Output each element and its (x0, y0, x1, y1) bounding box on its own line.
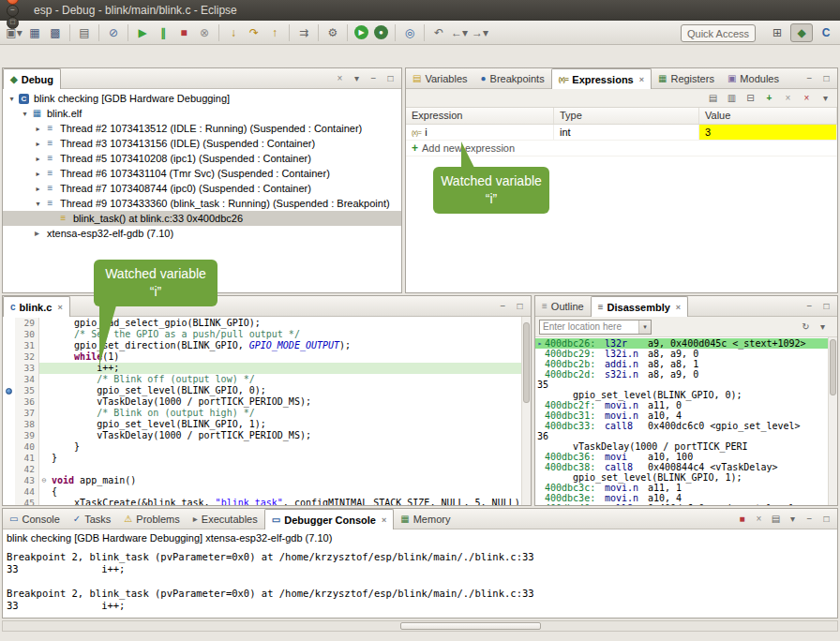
disassembly-row[interactable]: 36 (535, 431, 828, 441)
disassembly-listing[interactable]: ▸400dbc26:l32ra9, 0x400d045c <_stext+109… (535, 337, 828, 505)
cpp-perspective-button[interactable]: C (815, 23, 837, 42)
breakpoint-icon[interactable] (6, 388, 12, 395)
editor-line[interactable]: 33 i++; (3, 363, 521, 374)
chevron-down-icon[interactable]: ▾ (638, 320, 651, 334)
disconnect-button[interactable]: ⊗ (195, 23, 214, 42)
resume-button[interactable]: ▶ (133, 23, 152, 42)
editor-line[interactable]: 34 /* Blink off (output low) */ (3, 374, 521, 385)
maximize-icon[interactable]: □ (820, 74, 832, 83)
expression-row[interactable]: (x)=iint3 (406, 125, 837, 141)
tab-tasks[interactable]: ✓Tasks (67, 509, 118, 529)
location-combo[interactable]: Enter location here ▾ (539, 320, 652, 335)
disassembly-row[interactable]: 400dbc3e:movi.na10, 4 (535, 493, 828, 503)
disassembly-row[interactable]: ▸400dbc26:l32ra9, 0x400d045c <_stext+109… (535, 338, 828, 349)
tab-outline[interactable]: ≡Outline (535, 296, 591, 316)
maximize-icon[interactable]: □ (820, 514, 832, 524)
disassembly-row[interactable]: gpio_set_level(BLINK_GPIO, 0); (535, 390, 828, 400)
debug-tree-row[interactable]: ▸≡Thread #7 1073408744 (ipc0) (Suspended… (3, 181, 401, 196)
tab-executables[interactable]: ▸Executables (187, 509, 264, 529)
fold-collapse-icon[interactable]: ⊖ (39, 475, 49, 486)
tab-blink-c[interactable]: cblink.c× (3, 296, 70, 317)
debug-tree-row[interactable]: ≡blink_task() at blink.c:33 0x400dbc26 (3, 211, 401, 226)
editor-line[interactable]: 41} (3, 453, 521, 464)
disassembly-row[interactable]: gpio_set_level(BLINK_GPIO, 1); (535, 472, 828, 483)
skip-all-breakpoints-button[interactable]: ⊘ (104, 23, 123, 42)
disassembly-row[interactable]: 400dbc31:movi.na10, 4 (535, 410, 828, 421)
step-into-button[interactable]: ↓ (224, 23, 243, 42)
view-menu-icon[interactable]: ▾ (351, 74, 363, 83)
collapse-all-button[interactable]: ⊟ (744, 94, 757, 103)
disassembly-row[interactable]: 35 (535, 380, 828, 390)
step-over-button[interactable]: ↷ (245, 23, 263, 42)
tab-problems[interactable]: ⚠Problems (117, 509, 186, 529)
debug-perspective-button[interactable]: ◆ (790, 23, 813, 42)
debug-tree-row[interactable]: ▸≡Thread #2 1073413512 (IDLE : Running) … (3, 121, 401, 136)
view-menu-icon[interactable]: ▾ (817, 322, 829, 332)
maximize-icon[interactable]: □ (384, 74, 397, 83)
tab-registers[interactable]: ▦Registers (652, 68, 721, 88)
editor-line[interactable]: 39 vTaskDelay(1000 / portTICK_PERIOD_MS)… (3, 430, 521, 441)
open-perspective-button[interactable]: ⊞ (766, 23, 788, 42)
expander-closed-icon[interactable]: ▸ (33, 125, 43, 133)
editor-line[interactable]: 32 while(1) (3, 351, 521, 363)
instruction-stepping-button[interactable]: ⇉ (294, 23, 313, 42)
editor-line[interactable]: 43⊖void app_main() (3, 475, 521, 486)
clear-console-button[interactable]: ▤ (770, 514, 782, 524)
remove-all-terminated-button[interactable]: × (334, 74, 346, 83)
tab-variables[interactable]: ▤Variables (406, 68, 474, 88)
disassembly-row[interactable]: 400dbc36:movia10, 100 (535, 452, 828, 462)
save-all-button[interactable]: ▩ (46, 23, 65, 42)
last-edit-location-button[interactable]: ↶ (429, 23, 448, 42)
disassembly-scrollbar-thumb[interactable] (830, 339, 836, 395)
maximize-button[interactable]: □ (7, 17, 19, 29)
quick-access-button[interactable]: Quick Access (681, 24, 756, 42)
debug-button[interactable]: ● (374, 25, 388, 39)
debug-tree-row[interactable]: ▾▦blink.elf (3, 106, 401, 121)
terminate-button[interactable]: ■ (174, 23, 193, 42)
terminate-button[interactable]: ■ (736, 514, 748, 524)
console-output-area[interactable]: blink checking [GDB Hardware Debugging] … (3, 529, 837, 618)
editor-line[interactable]: 36 vTaskDelay(1000 / portTICK_PERIOD_MS)… (3, 396, 521, 408)
editor-line[interactable]: 38 gpio_set_level(BLINK_GPIO, 1); (3, 419, 521, 430)
run-button[interactable]: ▶ (354, 25, 368, 39)
maximize-icon[interactable]: □ (514, 302, 526, 311)
tab-expressions[interactable]: (x)=Expressions× (551, 68, 652, 89)
show-type-names-button[interactable]: ▤ (707, 94, 719, 103)
scrollbar-thumb[interactable] (400, 622, 541, 630)
editor-line[interactable]: 44{ (3, 486, 521, 498)
expander-closed-icon[interactable]: ▸ (33, 140, 43, 148)
maximize-icon[interactable]: □ (820, 302, 832, 311)
search-button[interactable]: ◎ (400, 23, 419, 42)
tab-breakpoints[interactable]: ●Breakpoints (474, 68, 551, 88)
add-expression-button[interactable]: + (763, 94, 775, 103)
tab-disassembly[interactable]: ≡Disassembly× (591, 296, 688, 317)
console-horizontal-scrollbar[interactable] (2, 620, 838, 632)
minimize-icon[interactable]: − (368, 74, 380, 83)
remove-all-expressions-button[interactable]: × (801, 94, 813, 103)
remove-expression-button[interactable]: × (782, 94, 794, 103)
minimize-icon[interactable]: − (803, 74, 816, 83)
editor-scrollbar-thumb[interactable] (523, 322, 530, 403)
minimize-button[interactable]: − (7, 5, 19, 17)
editor-line[interactable]: 37 /* Blink on (output high) */ (3, 408, 521, 419)
close-icon[interactable]: × (639, 75, 644, 84)
suspend-button[interactable]: ∥ (154, 23, 172, 42)
debug-tree-row[interactable]: ▸≡Thread #5 1073410208 (ipc1) (Suspended… (3, 151, 401, 166)
source-code-area[interactable]: 29 gpio_pad_select_gpio(BLINK_GPIO);30 /… (3, 317, 521, 505)
expander-closed-icon[interactable]: ▸ (33, 155, 43, 163)
debug-tree-row[interactable]: ▸xtensa-esp32-elf-gdb (7.10) (3, 226, 401, 241)
minimize-icon[interactable]: − (803, 302, 816, 311)
expander-open-icon[interactable]: ▾ (7, 95, 17, 103)
close-icon[interactable]: × (57, 303, 62, 312)
expander-open-icon[interactable]: ▾ (33, 200, 43, 208)
disassembly-row[interactable]: vTaskDelay(1000 / portTICK_PERI (535, 441, 828, 452)
debug-tree-row[interactable]: ▾≡Thread #9 1073433360 (blink_task : Run… (3, 196, 401, 211)
minimize-icon[interactable]: − (497, 302, 509, 311)
disassembly-row[interactable]: 400dbc40:call80x400dc6c0 <gpio_set_level… (535, 503, 828, 505)
editor-line[interactable]: 31 gpio_set_direction(BLINK_GPIO, GPIO_M… (3, 340, 521, 351)
close-icon[interactable]: × (382, 515, 386, 525)
editor-vertical-scrollbar[interactable] (521, 317, 531, 505)
disassembly-row[interactable]: 400dbc3c:movi.na11, 1 (535, 483, 828, 493)
tab-debug[interactable]: ◆Debug (3, 68, 61, 89)
expander-open-icon[interactable]: ▾ (20, 110, 30, 118)
